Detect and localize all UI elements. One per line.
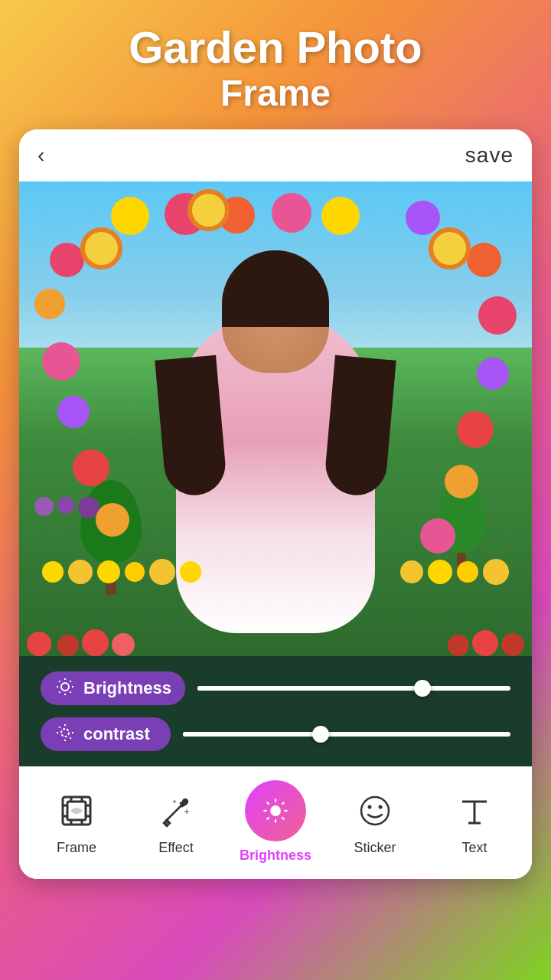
svg-point-0 bbox=[61, 683, 69, 691]
brightness-sun-icon bbox=[261, 796, 290, 825]
svg-point-9 bbox=[61, 729, 69, 737]
svg-line-3 bbox=[59, 681, 60, 681]
svg-line-8 bbox=[70, 681, 70, 681]
brightness-nav-label: Brightness bbox=[240, 848, 311, 864]
contrast-row: contrast bbox=[41, 717, 510, 751]
contrast-button[interactable]: contrast bbox=[41, 717, 171, 751]
app-title-sub: Frame bbox=[15, 72, 536, 114]
text-icon bbox=[458, 794, 491, 828]
app-title-main: Garden Photo bbox=[15, 23, 536, 72]
contrast-fill bbox=[183, 732, 321, 737]
svg-line-41 bbox=[282, 802, 284, 804]
flower-top-4 bbox=[272, 193, 311, 233]
main-card: ‹ save bbox=[19, 129, 532, 879]
tool-frame[interactable]: Frame bbox=[27, 788, 126, 856]
effect-icon bbox=[159, 794, 193, 828]
brightness-circle-wrap bbox=[245, 780, 306, 841]
svg-line-39 bbox=[282, 817, 284, 819]
person-head bbox=[222, 250, 329, 373]
flower-left-2 bbox=[34, 289, 65, 319]
sunflower-3 bbox=[187, 189, 230, 231]
svg-point-43 bbox=[368, 805, 372, 808]
text-label: Text bbox=[461, 840, 487, 856]
card-toolbar: ‹ save bbox=[19, 129, 532, 181]
flower-right-3 bbox=[477, 358, 509, 390]
brightness-active-circle bbox=[245, 780, 306, 841]
svg-line-38 bbox=[267, 802, 269, 804]
app-header: Garden Photo Frame bbox=[0, 0, 551, 129]
flower-right-4 bbox=[457, 411, 494, 448]
back-button[interactable]: ‹ bbox=[37, 143, 44, 168]
sticker-icon bbox=[358, 794, 392, 828]
flower-right-5 bbox=[445, 465, 478, 498]
flower-left-6 bbox=[96, 503, 129, 537]
flower-right-1 bbox=[467, 243, 501, 277]
svg-point-44 bbox=[379, 805, 383, 808]
svg-point-42 bbox=[361, 797, 389, 825]
tool-sticker[interactable]: Sticker bbox=[325, 788, 425, 856]
brightness-row: Brightness bbox=[41, 671, 510, 705]
photo-area bbox=[19, 181, 532, 656]
flower-top-5 bbox=[321, 197, 360, 235]
sunflower-1 bbox=[80, 227, 122, 270]
effect-icon-wrap bbox=[153, 788, 199, 834]
svg-point-33 bbox=[270, 805, 281, 816]
bottom-toolbar: Frame Effect bbox=[19, 766, 532, 879]
frame-label: Frame bbox=[57, 840, 96, 856]
effect-label: Effect bbox=[158, 840, 194, 856]
svg-line-13 bbox=[70, 737, 70, 738]
brightness-thumb[interactable] bbox=[414, 680, 431, 697]
flower-left-5 bbox=[73, 449, 109, 486]
sticker-label: Sticker bbox=[354, 840, 396, 856]
contrast-icon bbox=[54, 724, 76, 745]
text-icon-wrap bbox=[452, 788, 497, 834]
tool-effect[interactable]: Effect bbox=[126, 788, 226, 856]
flower-left-3 bbox=[42, 342, 80, 381]
tool-brightness[interactable]: Brightness bbox=[226, 780, 325, 864]
svg-point-27 bbox=[183, 799, 187, 804]
svg-line-40 bbox=[267, 817, 269, 819]
tool-text[interactable]: Text bbox=[425, 788, 524, 856]
brightness-slider[interactable] bbox=[197, 686, 510, 691]
svg-line-4 bbox=[70, 691, 70, 692]
brightness-fill bbox=[197, 686, 423, 691]
frame-icon bbox=[60, 794, 93, 828]
sticker-icon-wrap bbox=[352, 788, 398, 834]
brightness-icon bbox=[54, 678, 76, 699]
brightness-label: Brightness bbox=[83, 678, 171, 698]
svg-line-12 bbox=[59, 727, 60, 727]
save-button[interactable]: save bbox=[465, 143, 514, 168]
svg-line-7 bbox=[59, 691, 60, 692]
frame-icon-wrap bbox=[54, 788, 99, 834]
flower-top-1 bbox=[111, 197, 149, 235]
flower-top-6 bbox=[406, 201, 440, 235]
flower-right-2 bbox=[478, 296, 517, 335]
contrast-slider[interactable] bbox=[183, 732, 510, 737]
sunflower-2 bbox=[429, 227, 471, 270]
flower-left-1 bbox=[50, 243, 84, 277]
brightness-button[interactable]: Brightness bbox=[41, 671, 185, 705]
contrast-label: contrast bbox=[83, 724, 150, 744]
flower-left-4 bbox=[57, 396, 90, 428]
contrast-thumb[interactable] bbox=[312, 726, 329, 743]
flower-right-6 bbox=[420, 518, 455, 554]
controls-panel: Brightness bbox=[19, 656, 532, 766]
